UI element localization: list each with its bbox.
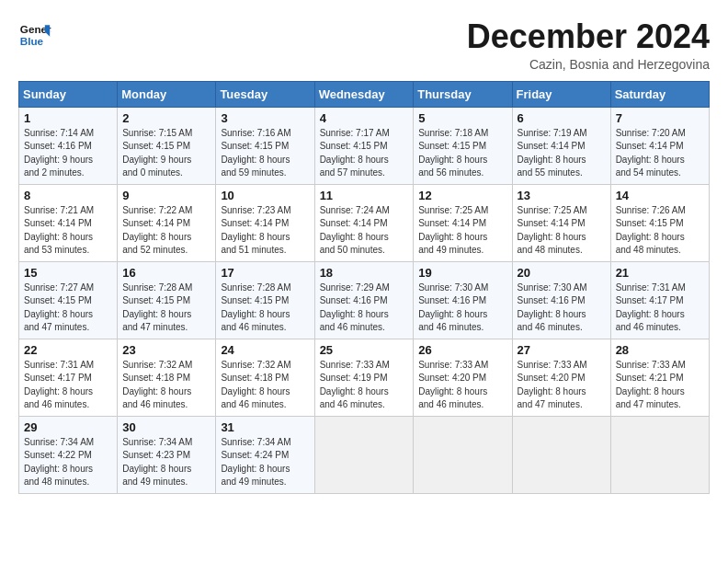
calendar-cell: 3Sunrise: 7:16 AMSunset: 4:15 PMDaylight…	[216, 107, 314, 184]
day-number: 1	[24, 111, 112, 125]
calendar-cell: 24Sunrise: 7:32 AMSunset: 4:18 PMDayligh…	[216, 339, 314, 416]
day-number: 21	[616, 266, 704, 280]
day-number: 13	[518, 189, 606, 202]
calendar-cell: 10Sunrise: 7:23 AMSunset: 4:14 PMDayligh…	[216, 184, 314, 261]
day-info: Sunrise: 7:29 AMSunset: 4:16 PMDaylight:…	[320, 282, 409, 335]
col-header-wednesday: Wednesday	[314, 81, 414, 107]
day-number: 5	[418, 111, 506, 125]
day-number: 23	[122, 343, 210, 357]
calendar-cell: 13Sunrise: 7:25 AMSunset: 4:14 PMDayligh…	[512, 184, 610, 261]
day-number: 16	[122, 266, 210, 280]
day-number: 2	[122, 111, 210, 125]
day-number: 28	[616, 343, 704, 357]
calendar-cell: 22Sunrise: 7:31 AMSunset: 4:17 PMDayligh…	[19, 339, 118, 416]
calendar-cell	[610, 416, 709, 493]
day-number: 30	[122, 420, 210, 434]
day-info: Sunrise: 7:32 AMSunset: 4:18 PMDaylight:…	[122, 359, 210, 412]
calendar-header-row: SundayMondayTuesdayWednesdayThursdayFrid…	[19, 81, 710, 107]
calendar-cell: 26Sunrise: 7:33 AMSunset: 4:20 PMDayligh…	[414, 339, 512, 416]
day-number: 31	[221, 420, 309, 434]
calendar-cell	[314, 416, 414, 493]
calendar-week-row: 29Sunrise: 7:34 AMSunset: 4:22 PMDayligh…	[19, 416, 710, 493]
col-header-tuesday: Tuesday	[216, 81, 314, 107]
calendar-cell: 19Sunrise: 7:30 AMSunset: 4:16 PMDayligh…	[414, 261, 512, 339]
day-info: Sunrise: 7:24 AMSunset: 4:14 PMDaylight:…	[320, 204, 409, 258]
day-info: Sunrise: 7:33 AMSunset: 4:19 PMDaylight:…	[320, 359, 409, 412]
calendar-cell: 7Sunrise: 7:20 AMSunset: 4:14 PMDaylight…	[610, 107, 709, 184]
logo: General Blue	[18, 18, 55, 52]
calendar-week-row: 22Sunrise: 7:31 AMSunset: 4:17 PMDayligh…	[19, 339, 710, 416]
calendar-cell: 21Sunrise: 7:31 AMSunset: 4:17 PMDayligh…	[610, 261, 709, 339]
calendar-cell: 15Sunrise: 7:27 AMSunset: 4:15 PMDayligh…	[19, 261, 118, 339]
calendar-cell: 5Sunrise: 7:18 AMSunset: 4:15 PMDaylight…	[414, 107, 512, 184]
day-number: 3	[221, 111, 309, 125]
calendar-cell: 16Sunrise: 7:28 AMSunset: 4:15 PMDayligh…	[118, 261, 216, 339]
calendar-cell: 20Sunrise: 7:30 AMSunset: 4:16 PMDayligh…	[512, 261, 610, 339]
day-info: Sunrise: 7:28 AMSunset: 4:15 PMDaylight:…	[221, 282, 309, 335]
day-number: 18	[320, 266, 409, 280]
day-number: 27	[518, 343, 606, 357]
col-header-saturday: Saturday	[610, 81, 709, 107]
day-number: 4	[320, 111, 409, 125]
day-number: 24	[221, 343, 309, 357]
day-number: 10	[221, 189, 309, 202]
day-number: 8	[24, 189, 112, 202]
calendar-week-row: 1Sunrise: 7:14 AMSunset: 4:16 PMDaylight…	[19, 107, 710, 184]
day-info: Sunrise: 7:23 AMSunset: 4:14 PMDaylight:…	[221, 204, 309, 258]
day-number: 19	[418, 266, 506, 280]
day-info: Sunrise: 7:15 AMSunset: 4:15 PMDaylight:…	[122, 127, 210, 180]
col-header-monday: Monday	[118, 81, 216, 107]
calendar-cell: 6Sunrise: 7:19 AMSunset: 4:14 PMDaylight…	[512, 107, 610, 184]
day-info: Sunrise: 7:32 AMSunset: 4:18 PMDaylight:…	[221, 359, 309, 412]
day-info: Sunrise: 7:25 AMSunset: 4:14 PMDaylight:…	[418, 204, 506, 258]
day-info: Sunrise: 7:31 AMSunset: 4:17 PMDaylight:…	[24, 359, 112, 412]
day-number: 26	[418, 343, 506, 357]
location: Cazin, Bosnia and Herzegovina	[467, 57, 710, 72]
calendar-cell	[414, 416, 512, 493]
calendar-cell: 17Sunrise: 7:28 AMSunset: 4:15 PMDayligh…	[216, 261, 314, 339]
day-info: Sunrise: 7:34 AMSunset: 4:23 PMDaylight:…	[122, 436, 210, 489]
day-info: Sunrise: 7:25 AMSunset: 4:14 PMDaylight:…	[518, 204, 606, 258]
header: General Blue December 2024 Cazin, Bosnia…	[18, 18, 710, 72]
day-number: 15	[24, 266, 112, 280]
calendar-cell: 12Sunrise: 7:25 AMSunset: 4:14 PMDayligh…	[414, 184, 512, 261]
day-info: Sunrise: 7:31 AMSunset: 4:17 PMDaylight:…	[616, 282, 704, 335]
calendar-cell: 4Sunrise: 7:17 AMSunset: 4:15 PMDaylight…	[314, 107, 414, 184]
month-title: December 2024	[467, 18, 710, 55]
calendar-cell: 11Sunrise: 7:24 AMSunset: 4:14 PMDayligh…	[314, 184, 414, 261]
calendar-cell: 29Sunrise: 7:34 AMSunset: 4:22 PMDayligh…	[19, 416, 118, 493]
svg-text:Blue: Blue	[20, 35, 44, 47]
col-header-thursday: Thursday	[414, 81, 512, 107]
day-info: Sunrise: 7:28 AMSunset: 4:15 PMDaylight:…	[122, 282, 210, 335]
calendar-cell: 28Sunrise: 7:33 AMSunset: 4:21 PMDayligh…	[610, 339, 709, 416]
calendar-cell: 27Sunrise: 7:33 AMSunset: 4:20 PMDayligh…	[512, 339, 610, 416]
title-area: December 2024 Cazin, Bosnia and Herzegov…	[467, 18, 710, 72]
day-number: 9	[122, 189, 210, 202]
day-info: Sunrise: 7:20 AMSunset: 4:14 PMDaylight:…	[616, 127, 704, 180]
calendar-cell: 8Sunrise: 7:21 AMSunset: 4:14 PMDaylight…	[19, 184, 118, 261]
calendar-table: SundayMondayTuesdayWednesdayThursdayFrid…	[18, 81, 710, 494]
day-number: 7	[616, 111, 704, 125]
day-info: Sunrise: 7:33 AMSunset: 4:21 PMDaylight:…	[616, 359, 704, 412]
day-info: Sunrise: 7:26 AMSunset: 4:15 PMDaylight:…	[616, 204, 704, 258]
day-info: Sunrise: 7:27 AMSunset: 4:15 PMDaylight:…	[24, 282, 112, 335]
calendar-cell: 2Sunrise: 7:15 AMSunset: 4:15 PMDaylight…	[118, 107, 216, 184]
day-info: Sunrise: 7:16 AMSunset: 4:15 PMDaylight:…	[221, 127, 309, 180]
calendar-cell: 31Sunrise: 7:34 AMSunset: 4:24 PMDayligh…	[216, 416, 314, 493]
day-info: Sunrise: 7:30 AMSunset: 4:16 PMDaylight:…	[518, 282, 606, 335]
day-info: Sunrise: 7:21 AMSunset: 4:14 PMDaylight:…	[24, 204, 112, 258]
day-info: Sunrise: 7:34 AMSunset: 4:22 PMDaylight:…	[24, 436, 112, 489]
day-number: 20	[518, 266, 606, 280]
calendar-cell: 14Sunrise: 7:26 AMSunset: 4:15 PMDayligh…	[610, 184, 709, 261]
day-number: 6	[518, 111, 606, 125]
calendar-cell: 1Sunrise: 7:14 AMSunset: 4:16 PMDaylight…	[19, 107, 118, 184]
day-number: 11	[320, 189, 409, 202]
day-info: Sunrise: 7:33 AMSunset: 4:20 PMDaylight:…	[518, 359, 606, 412]
calendar-cell	[512, 416, 610, 493]
calendar-cell: 30Sunrise: 7:34 AMSunset: 4:23 PMDayligh…	[118, 416, 216, 493]
calendar-cell: 23Sunrise: 7:32 AMSunset: 4:18 PMDayligh…	[118, 339, 216, 416]
day-info: Sunrise: 7:34 AMSunset: 4:24 PMDaylight:…	[221, 436, 309, 489]
logo-icon: General Blue	[18, 18, 51, 52]
calendar-week-row: 15Sunrise: 7:27 AMSunset: 4:15 PMDayligh…	[19, 261, 710, 339]
day-number: 17	[221, 266, 309, 280]
